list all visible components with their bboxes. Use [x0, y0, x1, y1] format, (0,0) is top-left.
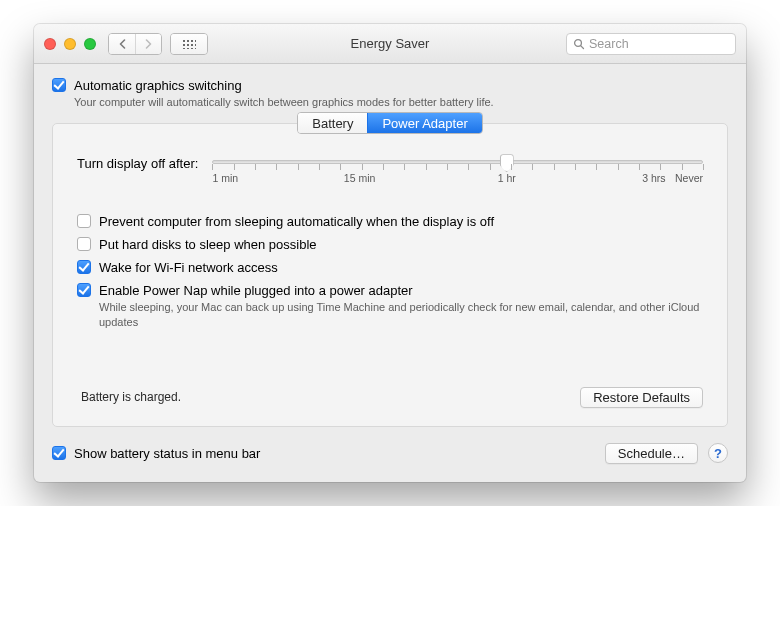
prevent-sleep-row: Prevent computer from sleeping automatic… — [77, 214, 703, 229]
wake-wifi-checkbox[interactable] — [77, 260, 91, 274]
tab-battery[interactable]: Battery — [298, 113, 367, 133]
zoom-button[interactable] — [84, 38, 96, 50]
grid-icon — [182, 39, 196, 49]
wake-wifi-label: Wake for Wi-Fi network access — [99, 260, 278, 275]
auto-graphics-checkbox[interactable] — [52, 78, 66, 92]
minimize-button[interactable] — [64, 38, 76, 50]
display-off-slider-row: Turn display off after: 1 min15 min1 hr3… — [77, 154, 703, 184]
power-nap-row: Enable Power Nap while plugged into a po… — [77, 283, 703, 329]
slider-tick-label: 1 hr — [498, 172, 516, 184]
power-nap-checkbox[interactable] — [77, 283, 91, 297]
tabs: Battery Power Adapter — [53, 112, 727, 134]
prevent-sleep-checkbox[interactable] — [77, 214, 91, 228]
display-off-label: Turn display off after: — [77, 154, 198, 171]
tab-power-adapter[interactable]: Power Adapter — [367, 113, 481, 133]
svg-line-1 — [581, 45, 584, 48]
search-icon — [573, 38, 585, 50]
prevent-sleep-label: Prevent computer from sleeping automatic… — [99, 214, 494, 229]
auto-graphics-row: Automatic graphics switching Your comput… — [52, 78, 728, 109]
bottom-row: Show battery status in menu bar Schedule… — [52, 443, 728, 464]
slider-tick-label: 15 min — [344, 172, 376, 184]
help-button[interactable]: ? — [708, 443, 728, 463]
options-list: Prevent computer from sleeping automatic… — [77, 214, 703, 329]
titlebar: Energy Saver — [34, 24, 746, 64]
wake-wifi-row: Wake for Wi-Fi network access — [77, 260, 703, 275]
battery-status-text: Battery is charged. — [77, 390, 181, 404]
slider-tick-label: 3 hrs — [642, 172, 665, 184]
show-battery-menu-checkbox[interactable] — [52, 446, 66, 460]
settings-panel: Battery Power Adapter Turn display off a… — [52, 123, 728, 427]
back-button[interactable] — [109, 34, 135, 54]
power-nap-subtext: While sleeping, your Mac can back up usi… — [99, 300, 703, 329]
show-battery-menu-label: Show battery status in menu bar — [74, 446, 260, 461]
search-input[interactable] — [589, 37, 729, 51]
nav-segment — [108, 33, 162, 55]
window-controls — [44, 38, 96, 50]
auto-graphics-label: Automatic graphics switching — [74, 78, 494, 93]
energy-saver-window: Energy Saver Automatic graphics switchin… — [34, 24, 746, 482]
panel-footer: Battery is charged. Restore Defaults — [77, 387, 703, 408]
content: Automatic graphics switching Your comput… — [34, 64, 746, 482]
search-field[interactable] — [566, 33, 736, 55]
show-all-segment — [170, 33, 208, 55]
slider-tick-label: 1 min — [212, 172, 238, 184]
show-all-button[interactable] — [171, 34, 207, 54]
display-off-slider[interactable]: 1 min15 min1 hr3 hrsNever — [212, 154, 703, 184]
forward-button[interactable] — [135, 34, 161, 54]
schedule-button[interactable]: Schedule… — [605, 443, 698, 464]
hard-disks-label: Put hard disks to sleep when possible — [99, 237, 317, 252]
hard-disks-row: Put hard disks to sleep when possible — [77, 237, 703, 252]
close-button[interactable] — [44, 38, 56, 50]
auto-graphics-subtext: Your computer will automatically switch … — [74, 95, 494, 109]
restore-defaults-button[interactable]: Restore Defaults — [580, 387, 703, 408]
slider-tick-label: Never — [675, 172, 703, 184]
power-nap-label: Enable Power Nap while plugged into a po… — [99, 283, 703, 298]
hard-disks-checkbox[interactable] — [77, 237, 91, 251]
